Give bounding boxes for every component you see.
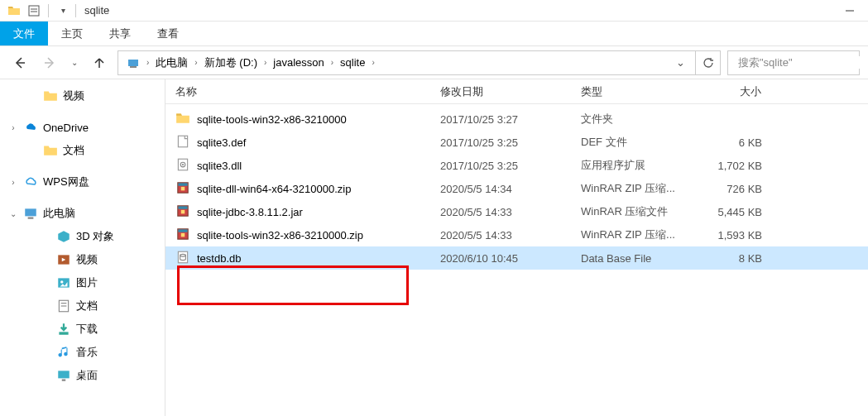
sidebar-item[interactable]: 音乐	[0, 341, 165, 364]
pc-icon	[23, 206, 38, 221]
file-date: 2017/10/25 3:25	[430, 136, 571, 149]
file-row[interactable]: sqlite-dll-win64-x64-3210000.zip2020/5/5…	[165, 177, 868, 200]
sidebar-item-label: 视频	[63, 88, 84, 103]
sidebar-item[interactable]: 视频	[0, 84, 165, 108]
file-row[interactable]: sqlite3.def2017/10/25 3:25DEF 文件6 KB	[165, 131, 868, 154]
refresh-button[interactable]	[696, 50, 721, 75]
column-header-date[interactable]: 修改日期	[430, 79, 571, 103]
column-header-size[interactable]: 大小	[699, 79, 774, 103]
chevron-right-icon[interactable]: ›	[143, 58, 152, 67]
sidebar-item[interactable]: 下载	[0, 318, 165, 341]
up-button[interactable]	[88, 51, 111, 74]
navigation-bar: ⌄ › 此电脑 › 新加卷 (D:) › javalesson › sqlite…	[0, 46, 868, 79]
tab-file[interactable]: 文件	[0, 22, 48, 45]
svg-point-14	[60, 280, 63, 283]
expand-icon[interactable]: ›	[8, 123, 18, 132]
file-row[interactable]: sqlite3.dll2017/10/25 3:25应用程序扩展1,702 KB	[165, 154, 868, 177]
tab-home[interactable]: 主页	[48, 22, 96, 45]
search-box[interactable]	[727, 50, 860, 75]
folder-icon	[43, 143, 58, 158]
file-type-icon	[175, 157, 190, 175]
wps-icon	[23, 175, 38, 189]
sidebar-item[interactable]: 文档	[0, 139, 165, 162]
sidebar-item[interactable]: ⌄此电脑	[0, 202, 165, 225]
sidebar-item[interactable]: 图片	[0, 271, 165, 294]
sidebar-item[interactable]: ›OneDrive	[0, 116, 165, 139]
sidebar-item[interactable]: ›WPS网盘	[0, 170, 165, 194]
file-list: 名称 修改日期 类型 大小 sqlite-tools-win32-x86-321…	[165, 79, 868, 416]
file-type: WinRAR ZIP 压缩...	[571, 227, 699, 242]
file-type-icon	[175, 134, 190, 151]
expand-icon[interactable]: ⌄	[8, 209, 18, 218]
file-name: sqlite-tools-win32-x86-3210000.zip	[197, 229, 363, 241]
breadcrumb-root-icon[interactable]	[123, 51, 143, 74]
svg-rect-32	[181, 209, 185, 213]
file-name: sqlite-jdbc-3.8.11.2.jar	[197, 206, 303, 218]
breadcrumb[interactable]: › 此电脑 › 新加卷 (D:) › javalesson › sqlite ›…	[117, 50, 696, 75]
window-controls	[831, 0, 868, 22]
search-input[interactable]	[738, 56, 868, 69]
file-type: Data Base File	[571, 252, 699, 265]
title-bar: ▾ sqlite	[0, 0, 868, 22]
file-type: 应用程序扩展	[571, 158, 699, 173]
svg-rect-7	[130, 66, 137, 68]
svg-rect-6	[128, 60, 138, 66]
downloads-icon	[56, 322, 71, 337]
sidebar-item-label: 桌面	[76, 368, 98, 383]
breadcrumb-item[interactable]: sqlite	[337, 51, 368, 74]
sidebar-item-label: 下载	[76, 322, 98, 337]
chevron-right-icon[interactable]: ›	[261, 58, 270, 67]
chevron-right-icon[interactable]: ›	[328, 58, 337, 67]
file-size: 8 KB	[699, 252, 774, 265]
breadcrumb-dropdown-icon[interactable]: ⌄	[671, 56, 690, 69]
file-name: sqlite-dll-win64-x64-3210000.zip	[197, 183, 351, 195]
file-date: 2020/5/5 14:34	[430, 183, 571, 195]
svg-rect-27	[178, 183, 187, 185]
properties-icon[interactable]	[25, 2, 43, 20]
sidebar-item[interactable]: 文档	[0, 294, 165, 318]
sidebar-item-label: 文档	[63, 143, 84, 158]
sidebar-item[interactable]: 3D 对象	[0, 225, 165, 248]
file-row[interactable]: testdb.db2020/6/10 10:45Data Base File8 …	[165, 246, 868, 270]
column-header-name[interactable]: 名称	[165, 79, 430, 103]
minimize-button[interactable]	[831, 0, 868, 22]
back-button[interactable]	[8, 51, 31, 74]
column-header-type[interactable]: 类型	[571, 79, 699, 103]
sidebar-item-label: WPS网盘	[43, 175, 89, 189]
recent-locations-button[interactable]: ⌄	[68, 51, 81, 74]
file-name: sqlite-tools-win32-x86-3210000	[197, 113, 347, 126]
svg-rect-19	[58, 371, 70, 378]
svg-rect-10	[25, 208, 36, 216]
forward-button[interactable]	[38, 51, 61, 74]
svg-rect-28	[181, 186, 185, 190]
svg-rect-11	[28, 218, 34, 219]
svg-rect-0	[29, 6, 39, 16]
qat-dropdown-icon[interactable]: ▾	[54, 2, 72, 20]
sidebar-item-label: 文档	[76, 299, 98, 313]
folder-icon	[43, 88, 58, 103]
breadcrumb-item[interactable]: 此电脑	[152, 51, 191, 74]
svg-rect-31	[178, 206, 187, 208]
svg-rect-18	[59, 332, 68, 334]
file-row[interactable]: sqlite-tools-win32-x86-32100002017/10/25…	[165, 108, 868, 131]
file-row[interactable]: sqlite-tools-win32-x86-3210000.zip2020/5…	[165, 223, 868, 246]
navigation-pane[interactable]: 视频›OneDrive文档›WPS网盘⌄此电脑3D 对象视频图片文档下载音乐桌面	[0, 79, 165, 416]
desktop-icon	[56, 368, 71, 383]
file-row[interactable]: sqlite-jdbc-3.8.11.2.jar2020/5/5 14:33Wi…	[165, 200, 868, 223]
sidebar-item[interactable]: 桌面	[0, 364, 165, 387]
column-headers: 名称 修改日期 类型 大小	[165, 79, 868, 104]
tab-view[interactable]: 查看	[144, 22, 192, 45]
chevron-right-icon[interactable]: ›	[191, 58, 200, 67]
expand-icon[interactable]: ›	[8, 178, 18, 187]
chevron-right-icon[interactable]: ›	[368, 58, 377, 67]
file-type-icon	[175, 203, 190, 221]
file-type-icon	[175, 180, 190, 198]
sidebar-item-label: 此电脑	[43, 206, 75, 221]
sidebar-item-label: OneDrive	[43, 122, 89, 134]
sidebar-item[interactable]: 视频	[0, 248, 165, 271]
file-name: sqlite3.def	[197, 136, 246, 149]
tab-share[interactable]: 共享	[96, 22, 144, 45]
breadcrumb-item[interactable]: 新加卷 (D:)	[201, 51, 261, 74]
main-area: 视频›OneDrive文档›WPS网盘⌄此电脑3D 对象视频图片文档下载音乐桌面…	[0, 79, 868, 416]
breadcrumb-item[interactable]: javalesson	[270, 51, 327, 74]
